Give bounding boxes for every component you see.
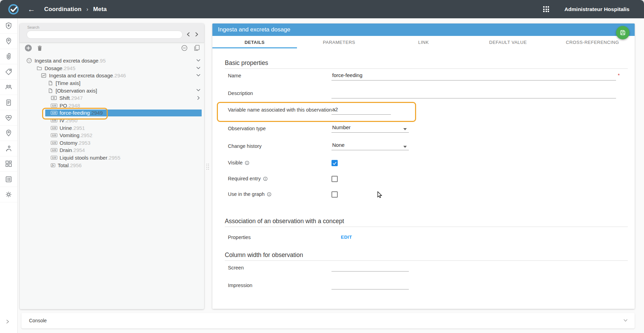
tree-item[interactable]: Ingesta and excreta dosage.95: [20, 57, 204, 65]
variable-name-input-underline[interactable]: [331, 114, 391, 115]
folder-icon: [36, 65, 42, 71]
save-floppy-icon: [619, 29, 626, 36]
chart-icon: [41, 73, 47, 78]
change-history-select-underline[interactable]: [331, 150, 409, 150]
name-input-underline[interactable]: [331, 80, 616, 80]
category-icon: [26, 58, 32, 64]
list-icon: [4, 175, 13, 183]
rail-item-settings[interactable]: [0, 187, 17, 202]
chevron-down-icon[interactable]: [196, 73, 201, 77]
console-label: Console: [29, 313, 47, 329]
description-label: Description: [228, 91, 253, 96]
tree-item[interactable]: Ingesta and excreta dosage.2946: [20, 72, 204, 79]
required-entry-checkbox[interactable]: [331, 176, 338, 182]
tree-item[interactable]: 123 Vomiting.2952: [20, 132, 204, 139]
chevron-down-icon[interactable]: [196, 66, 201, 70]
dropdown-caret-icon[interactable]: [403, 146, 407, 148]
visible-checkbox[interactable]: [331, 160, 338, 166]
chevron-right-icon[interactable]: [196, 96, 201, 100]
rail-item-documents[interactable]: [0, 95, 17, 110]
console-panel[interactable]: Console: [21, 313, 635, 329]
tab-parameters[interactable]: PARAMETERS: [297, 36, 382, 48]
tree-panel: Search Ingesta and excreta dosage.95 Dos…: [20, 23, 204, 309]
chevron-down-icon[interactable]: [196, 88, 201, 92]
user-group-icon: [4, 83, 13, 91]
search-prev-chevron-icon[interactable]: [186, 32, 191, 37]
use-in-graph-label: Use in the graph: [228, 191, 271, 197]
tree-item[interactable]: 123 Urine.2951: [20, 124, 204, 132]
edit-properties-link[interactable]: EDIT: [341, 235, 352, 240]
description-input-underline[interactable]: [331, 98, 616, 98]
breadcrumb-page[interactable]: Meta: [93, 6, 107, 13]
search-input[interactable]: [27, 30, 183, 39]
rail-item-attachments[interactable]: [0, 49, 17, 64]
add-button[interactable]: [25, 45, 32, 51]
tree-item-selected[interactable]: 123 force-feeding.2949: [20, 109, 204, 117]
back-arrow-icon[interactable]: ←: [28, 6, 35, 13]
number-field-icon: 123: [51, 148, 57, 152]
tab-bar: DETAILS PARAMETERS LINK DEFAULT VALUE CR…: [212, 36, 635, 48]
dropdown-caret-icon[interactable]: [403, 128, 407, 130]
detail-panel: Ingesta and excreta dosage DETAILS PARAM…: [212, 23, 635, 309]
collapse-all-button[interactable]: [181, 45, 188, 51]
breadcrumb: Coordination › Meta: [44, 6, 107, 13]
delete-button[interactable]: [36, 44, 43, 52]
rail-item-tags[interactable]: [0, 64, 17, 79]
rail-item-shield-medical[interactable]: [0, 18, 17, 34]
visible-label: Visible: [228, 160, 249, 165]
dashboard-icon: [4, 160, 13, 168]
chevron-down-icon[interactable]: [196, 58, 201, 63]
save-button[interactable]: [616, 26, 629, 39]
tree-item[interactable]: Shift.2947: [20, 94, 204, 102]
tree-item[interactable]: 123 IV.2950: [20, 117, 204, 124]
tree-item[interactable]: 123 Ostomy.2953: [20, 139, 204, 147]
rail-item-dashboard[interactable]: [0, 156, 17, 172]
icon-rail: [0, 18, 18, 333]
rail-item-user-groups[interactable]: [0, 80, 17, 95]
tree-item[interactable]: fx Total.2956: [20, 161, 204, 169]
tree-item[interactable]: Dosage.2945: [20, 65, 204, 72]
variable-name-value[interactable]: a2: [332, 106, 338, 112]
rail-item-location[interactable]: [0, 34, 17, 49]
document-icon: [48, 80, 53, 86]
tree-item[interactable]: 123 Drain.2954: [20, 146, 204, 154]
tab-default-value[interactable]: DEFAULT VALUE: [466, 36, 550, 48]
impression-input-underline[interactable]: [331, 289, 409, 289]
section-title-column-width: Column width for observation: [225, 251, 303, 259]
breadcrumb-separator: ›: [86, 6, 88, 12]
duplicate-button[interactable]: [193, 44, 201, 51]
required-marker: *: [618, 72, 620, 78]
use-in-graph-checkbox[interactable]: [331, 191, 338, 198]
apps-grid-icon[interactable]: [543, 6, 549, 12]
number-field-icon: 123: [51, 126, 57, 130]
change-history-value[interactable]: None: [332, 142, 345, 148]
required-entry-label: Required entry: [228, 176, 268, 181]
topbar-right: Administrateur Hospitalis: [543, 6, 629, 12]
user-label[interactable]: Administrateur Hospitalis: [564, 6, 629, 12]
breadcrumb-section[interactable]: Coordination: [44, 6, 81, 13]
rail-item-location-2[interactable]: [0, 126, 17, 141]
tree-item[interactable]: [Time axis]: [20, 79, 204, 87]
panel-splitter-handle[interactable]: [206, 164, 210, 175]
formula-field-icon: fx: [51, 163, 55, 167]
observation-type-select-underline[interactable]: [331, 132, 409, 133]
observation-type-value[interactable]: Number: [332, 124, 350, 130]
section-title-basic: Basic properties: [225, 59, 268, 67]
name-value[interactable]: force-feeding: [332, 72, 363, 78]
sidebar-expand-chevron-icon[interactable]: [6, 319, 10, 324]
tab-link[interactable]: LINK: [381, 36, 466, 48]
rail-item-patient-care[interactable]: [0, 141, 17, 156]
tree-item[interactable]: [Observation axis]: [20, 87, 204, 94]
number-field-icon: 123: [51, 104, 57, 107]
observation-type-label: Observation type: [228, 126, 266, 131]
screen-input-underline[interactable]: [331, 271, 409, 272]
info-icon: [245, 161, 249, 165]
rail-item-lists[interactable]: [0, 172, 17, 187]
document-gear-icon: [4, 98, 13, 107]
tab-details[interactable]: DETAILS: [212, 36, 297, 48]
console-expand-chevron-icon[interactable]: [623, 319, 628, 322]
rail-item-health[interactable]: [0, 110, 17, 125]
tree-item[interactable]: 123 Liquid stools number.2955: [20, 154, 204, 162]
tree-item[interactable]: 123 PO.2948: [20, 102, 204, 110]
search-next-chevron-icon[interactable]: [194, 32, 199, 37]
